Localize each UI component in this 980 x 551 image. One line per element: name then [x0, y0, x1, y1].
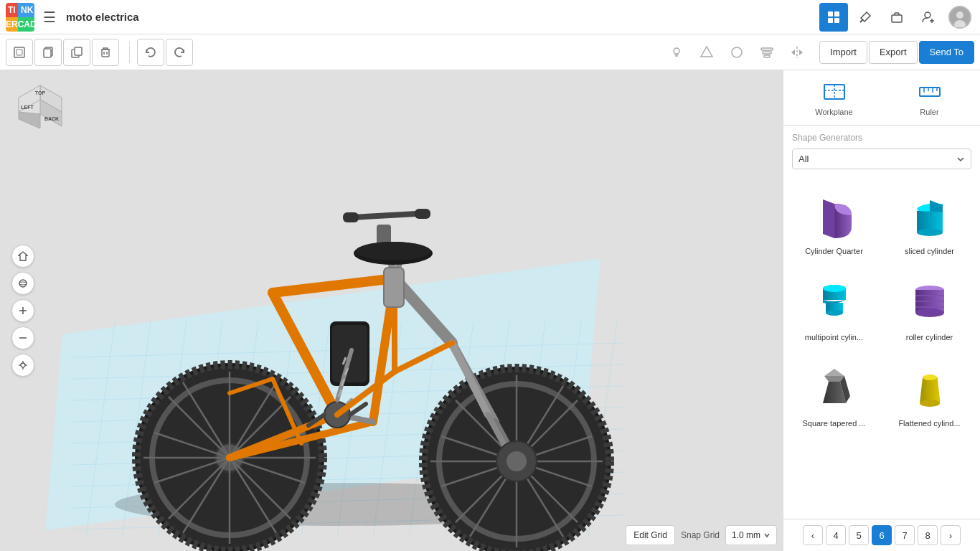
workplane-icon — [821, 79, 847, 105]
roller-cylinder-item[interactable]: roller cylinder — [885, 267, 974, 347]
square-tapered-label: Square tapered ... — [802, 419, 865, 428]
svg-rect-3 — [834, 18, 839, 23]
workplane-button[interactable]: Workplane — [789, 76, 879, 119]
redo-button[interactable] — [166, 39, 193, 66]
circle-icon — [730, 45, 744, 60]
page-7-button[interactable]: 7 — [895, 525, 915, 545]
prev-page-button[interactable]: ‹ — [803, 525, 823, 545]
hammer-button[interactable] — [851, 3, 880, 32]
copy-button[interactable] — [34, 39, 62, 66]
grid-view-button[interactable] — [819, 3, 848, 32]
shape-button[interactable] — [693, 39, 720, 66]
chevron-down-icon — [956, 155, 965, 164]
sliced-cylinder-item[interactable]: sliced cylinder — [885, 181, 974, 261]
duplicate-button[interactable] — [63, 39, 90, 66]
view-cube[interactable]: TOP BACK LEFT — [11, 82, 69, 139]
svg-point-127 — [19, 280, 27, 287]
svg-point-132 — [21, 363, 25, 367]
home-button[interactable] — [11, 245, 34, 268]
undo-redo-group — [137, 39, 193, 66]
svg-rect-25 — [761, 48, 773, 50]
panel-collapse-button[interactable]: ❯ — [783, 296, 783, 325]
page-4-button[interactable]: 4 — [826, 525, 846, 545]
circle-button[interactable] — [723, 39, 750, 66]
briefcase-button[interactable] — [882, 3, 911, 32]
next-page-button[interactable]: › — [941, 525, 961, 545]
briefcase-icon — [890, 10, 904, 24]
multipoint-cylinder-label: multipoint cylin... — [805, 333, 863, 342]
workplane-label: Workplane — [815, 108, 852, 116]
square-tapered-item[interactable]: Square tapered ... — [789, 353, 879, 433]
mirror-button[interactable] — [783, 39, 811, 66]
svg-marker-123 — [19, 112, 40, 128]
svg-marker-162 — [824, 369, 844, 376]
list-view-icon[interactable]: ☰ — [43, 9, 56, 26]
zoom-in-button[interactable] — [11, 299, 34, 322]
light-icon — [669, 45, 684, 60]
svg-point-146 — [917, 229, 943, 236]
send-to-button[interactable]: Send To — [919, 41, 974, 64]
filter-label: All — [798, 154, 809, 164]
view-icons — [663, 39, 811, 66]
project-title[interactable]: moto electrica — [66, 11, 139, 23]
svg-marker-30 — [799, 50, 803, 55]
multipoint-cylinder-item[interactable]: multipoint cylin... — [789, 267, 879, 347]
toolbar-left-group — [6, 39, 119, 66]
page-8-button[interactable]: 8 — [918, 525, 938, 545]
bottom-controls: Edit Grid Snap Grid 1.0 mm — [626, 525, 777, 545]
svg-line-4 — [860, 19, 863, 22]
svg-rect-12 — [14, 47, 24, 57]
shape-generators-filter[interactable]: All — [792, 149, 971, 169]
roller-cylinder-thumb — [901, 273, 958, 330]
import-button[interactable]: Import — [819, 41, 867, 64]
redo-icon — [173, 46, 186, 59]
shape-icon — [699, 45, 714, 60]
sliced-cylinder-thumb — [901, 187, 958, 244]
logo-t: TI — [6, 3, 18, 17]
user-icon — [921, 10, 936, 24]
svg-point-10 — [956, 11, 963, 19]
main-content: TOP BACK LEFT — [0, 70, 980, 551]
svg-point-128 — [19, 282, 27, 285]
fit-view-button[interactable] — [11, 354, 34, 377]
ruler-label: Ruler — [920, 108, 938, 116]
align-button[interactable] — [753, 39, 781, 66]
avatar-button[interactable] — [946, 3, 974, 32]
right-panel: ❯ Workplane Ruler Shape Generators All — [783, 70, 980, 551]
page-5-button[interactable]: 5 — [849, 525, 869, 545]
expand-button[interactable] — [6, 39, 33, 66]
cylinder-quarter-item[interactable]: Cylinder Quarter — [789, 181, 879, 261]
ruler-button[interactable]: Ruler — [885, 76, 974, 119]
svg-point-155 — [915, 309, 944, 317]
edit-grid-button[interactable]: Edit Grid — [626, 525, 675, 545]
snap-grid-select[interactable]: 1.0 mm — [725, 525, 777, 545]
undo-button[interactable] — [137, 39, 164, 66]
undo-icon — [144, 46, 157, 59]
svg-point-164 — [920, 400, 940, 407]
logo-i: NK — [18, 3, 34, 17]
export-button[interactable]: Export — [869, 41, 918, 64]
orbit-icon — [18, 278, 28, 288]
chevron-down-icon — [763, 532, 771, 539]
roller-cylinder-label: roller cylinder — [906, 333, 953, 342]
svg-rect-2 — [828, 18, 833, 23]
light-button[interactable] — [663, 39, 690, 66]
align-icon — [760, 45, 774, 60]
svg-line-95 — [352, 214, 416, 217]
svg-point-117 — [507, 451, 527, 471]
svg-marker-29 — [791, 50, 795, 55]
action-buttons: Import Export Send To — [819, 41, 974, 64]
page-6-button[interactable]: 6 — [872, 525, 892, 545]
delete-button[interactable] — [92, 39, 119, 66]
zoom-out-icon — [18, 333, 28, 343]
grid-icon — [826, 10, 841, 24]
orbit-button[interactable] — [11, 272, 34, 295]
svg-rect-15 — [44, 49, 51, 57]
svg-point-24 — [732, 47, 742, 57]
pagination: ‹ 4 5 6 7 8 › — [783, 519, 980, 551]
svg-point-152 — [823, 285, 846, 292]
flattened-cylinder-item[interactable]: Flattened cylind... — [885, 353, 974, 433]
add-user-button[interactable] — [914, 3, 943, 32]
viewport[interactable]: TOP BACK LEFT — [0, 70, 783, 551]
zoom-out-button[interactable] — [11, 326, 34, 349]
